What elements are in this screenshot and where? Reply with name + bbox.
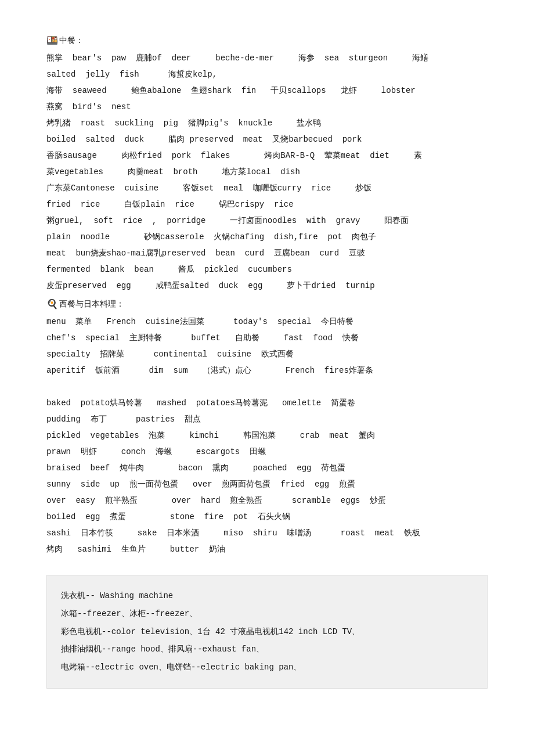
- wj-line-10: sunny side up 煎一面荷包蛋 over 煎两面荷包蛋 fried e…: [46, 476, 488, 492]
- appliance-1: 洗衣机-- Washing machine: [61, 587, 473, 605]
- wj-line-8: prawn 明虾 conch 海螺 escargots 田螺: [46, 444, 488, 460]
- chinese-food-section: 🍱 中餐： 熊掌 bear's paw 鹿脯of deer beche-de-m…: [46, 35, 488, 294]
- wj-line-14: 烤肉 sashimi 生鱼片 butter 奶油: [46, 541, 488, 557]
- page-container: 🍱 中餐： 熊掌 bear's paw 鹿脯of deer beche-de-m…: [0, 0, 534, 712]
- wj-line-7: pickled vegetables 泡菜 kimchi 韩国泡菜 crab m…: [46, 427, 488, 444]
- appliances-section: 洗衣机-- Washing machine 冰箱--freezer、冰柜--fr…: [46, 575, 488, 689]
- line-5: 烤乳猪 roast suckling pig 猪脚pig's knuckle 盐…: [46, 115, 488, 131]
- wj-blank: [46, 379, 488, 395]
- line-9: 广东菜Cantonese cuisine 客饭set meal 咖喱饭curry…: [46, 180, 488, 196]
- line-10: fried rice 白饭plain rice 锅巴crispy rice: [46, 196, 488, 213]
- wj-line-11: over easy 煎半熟蛋 over hard 煎全熟蛋 scramble e…: [46, 492, 488, 509]
- appliance-5: 电烤箱--electric oven、电饼铛--electric baking …: [61, 658, 473, 676]
- wj-line-12: boiled egg 煮蛋 stone fire pot 石头火锅: [46, 509, 488, 525]
- wj-line-6: pudding 布丁 pastries 甜点: [46, 411, 488, 427]
- line-8: 菜vegetables 肉羹meat broth 地方菜local dish: [46, 164, 488, 180]
- line-11: 粥gruel, soft rice , porridge 一打卤面noodles…: [46, 213, 488, 229]
- line-13: meat bun烧麦shao-mai腐乳preserved bean curd …: [46, 245, 488, 261]
- wj-line-13: sashi 日本竹筷 sake 日本米酒 miso shiru 味噌汤 roas…: [46, 525, 488, 541]
- line-14: fermented blank bean 酱瓜 pickled cucumber…: [46, 261, 488, 278]
- appliance-3: 彩色电视机--color television、1台 42 寸液晶电视机142 …: [61, 623, 473, 641]
- wj-line-5: baked potato烘马铃薯 mashed potatoes马铃薯泥 ome…: [46, 395, 488, 411]
- line-12: plain noodle 砂锅casserole 火锅chafing dish,…: [46, 229, 488, 245]
- western-japanese-content: menu 菜单 French cuisine法国菜 today's specia…: [46, 314, 488, 557]
- chinese-food-content: 熊掌 bear's paw 鹿脯of deer beche-de-mer 海参 …: [46, 50, 488, 294]
- line-7: 香肠sausage 肉松fried pork flakes 烤肉BAR-B-Q …: [46, 147, 488, 164]
- chinese-food-icon: 🍱: [46, 35, 58, 46]
- western-japanese-title: 🍳 西餐与日本料理：: [46, 298, 488, 310]
- chinese-food-title-text: 中餐：: [59, 35, 84, 46]
- appliance-2: 冰箱--freezer、冰柜--freezer、: [61, 605, 473, 623]
- appliance-4: 抽排油烟机--range hood、排风扇--exhaust fan、: [61, 640, 473, 658]
- line-3: 海带 seaweed 鲍鱼abalone 鱼翅shark fin 干贝scall…: [46, 82, 488, 99]
- western-japanese-title-text: 西餐与日本料理：: [59, 299, 124, 309]
- wj-line-4: aperitif 饭前酒 dim sum （港式）点心 French fires…: [46, 362, 488, 379]
- wj-line-3: specialty 招牌菜 continental cuisine 欧式西餐: [46, 346, 488, 362]
- line-1: 熊掌 bear's paw 鹿脯of deer beche-de-mer 海参 …: [46, 50, 488, 66]
- line-15: 皮蛋preserved egg 咸鸭蛋salted duck egg 萝卜干dr…: [46, 278, 488, 294]
- wj-line-1: menu 菜单 French cuisine法国菜 today's specia…: [46, 314, 488, 330]
- line-6: boiled salted duck 腊肉 preserved meat 叉烧b…: [46, 131, 488, 147]
- line-4: 燕窝 bird's nest: [46, 99, 488, 115]
- line-2: salted jelly fish 海蜇皮kelp,: [46, 66, 488, 82]
- wj-line-9: braised beef 炖牛肉 bacon 熏肉 poached egg 荷包…: [46, 460, 488, 476]
- western-japanese-icon: 🍳: [46, 298, 58, 310]
- chinese-food-title: 🍱 中餐：: [46, 35, 488, 46]
- western-japanese-section: 🍳 西餐与日本料理： menu 菜单 French cuisine法国菜 tod…: [46, 298, 488, 557]
- wj-line-2: chef's special 主厨特餐 buffet 自助餐 fast food…: [46, 330, 488, 346]
